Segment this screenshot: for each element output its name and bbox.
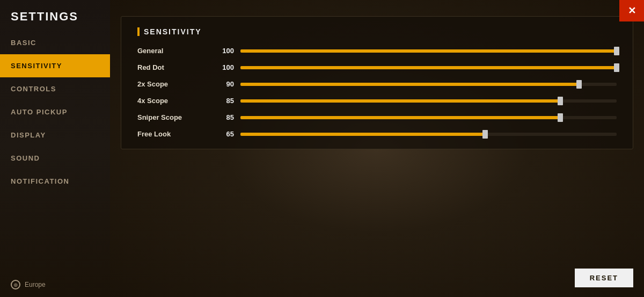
slider-fill-3 [240, 99, 560, 103]
slider-track-2[interactable] [240, 83, 617, 86]
slider-fill-5 [240, 133, 485, 136]
sidebar-item-sensitivity[interactable]: SENSITIVITY [0, 54, 110, 77]
slider-value-3: 85 [213, 97, 234, 105]
slider-row-1: Red Dot100 [137, 63, 617, 71]
panel-title: SENSITIVITY [137, 27, 617, 36]
slider-fill-4 [240, 116, 560, 119]
slider-value-2: 90 [213, 80, 234, 88]
sidebar-item-notification[interactable]: NOTIFICATION [0, 170, 110, 193]
slider-thumb-1[interactable] [614, 63, 619, 72]
slider-value-0: 100 [213, 47, 234, 55]
slider-fill-0 [240, 49, 617, 53]
slider-thumb-2[interactable] [576, 80, 582, 89]
slider-thumb-0[interactable] [614, 47, 619, 55]
main-content: ✕ SENSITIVITY General100Red Dot1002x Sco… [110, 0, 644, 297]
slider-value-5: 65 [213, 130, 234, 138]
slider-label-3: 4x Scope [137, 97, 213, 105]
sliders-container: General100Red Dot1002x Scope904x Scope85… [137, 47, 617, 138]
slider-row-4: Sniper Scope85 [137, 113, 617, 121]
close-icon: ✕ [628, 6, 636, 16]
slider-value-4: 85 [213, 113, 234, 121]
slider-fill-1 [240, 66, 617, 69]
sidebar-item-sound[interactable]: SOUND [0, 147, 110, 170]
slider-thumb-4[interactable] [558, 113, 563, 122]
sensitivity-panel: SENSITIVITY General100Red Dot1002x Scope… [121, 16, 633, 149]
slider-label-0: General [137, 47, 213, 55]
sidebar-item-auto-pickup[interactable]: AUTO PICKUP [0, 100, 110, 124]
slider-track-5[interactable] [240, 133, 617, 136]
title-bar-accent [137, 27, 140, 36]
close-button[interactable]: ✕ [619, 0, 644, 21]
slider-thumb-5[interactable] [482, 130, 488, 139]
slider-thumb-3[interactable] [558, 97, 563, 105]
slider-row-3: 4x Scope85 [137, 97, 617, 105]
sidebar-item-controls[interactable]: CONTROLS [0, 77, 110, 100]
slider-fill-2 [240, 83, 579, 86]
settings-title: SETTINGS [0, 0, 110, 31]
slider-row-0: General100 [137, 47, 617, 55]
slider-label-1: Red Dot [137, 63, 213, 71]
slider-value-1: 100 [213, 63, 234, 71]
slider-track-0[interactable] [240, 49, 617, 53]
slider-label-4: Sniper Scope [137, 113, 213, 121]
globe-icon: ⊕ [11, 280, 20, 289]
sidebar-item-basic[interactable]: BASIC [0, 31, 110, 54]
sidebar-item-display[interactable]: DISPLAY [0, 124, 110, 147]
reset-button[interactable]: RESET [575, 269, 633, 287]
slider-track-3[interactable] [240, 99, 617, 103]
sidebar-nav: BASICSENSITIVITYCONTROLSAUTO PICKUPDISPL… [0, 31, 110, 272]
slider-row-2: 2x Scope90 [137, 80, 617, 88]
slider-track-4[interactable] [240, 116, 617, 119]
slider-track-1[interactable] [240, 66, 617, 69]
sidebar-footer: ⊕ Europe [0, 272, 110, 297]
slider-label-5: Free Look [137, 130, 213, 138]
slider-row-5: Free Look65 [137, 130, 617, 138]
sidebar: SETTINGS BASICSENSITIVITYCONTROLSAUTO PI… [0, 0, 110, 297]
slider-label-2: 2x Scope [137, 80, 213, 88]
region-label: Europe [25, 281, 46, 288]
